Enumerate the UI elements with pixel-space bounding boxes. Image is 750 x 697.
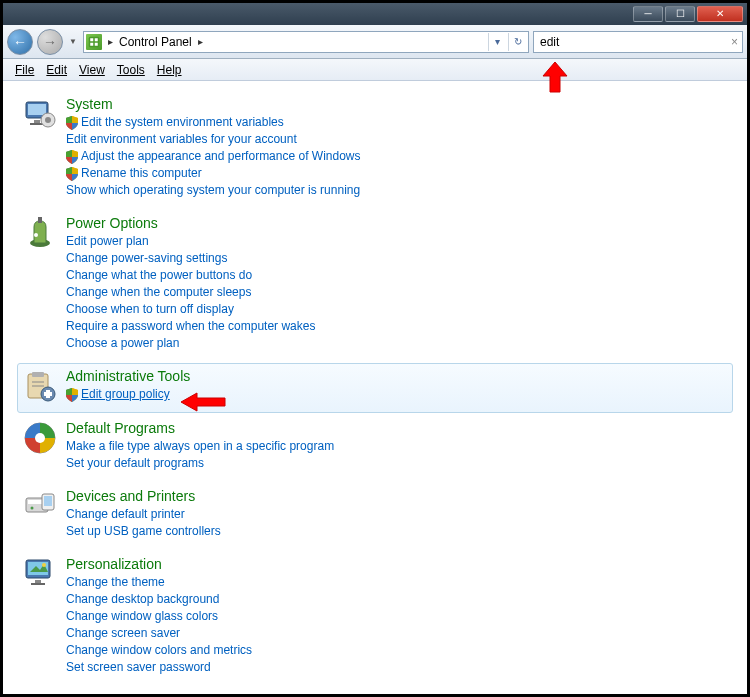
category-title[interactable]: Display [66, 692, 728, 694]
link-row: Change desktop background [66, 591, 728, 608]
svg-point-10 [45, 117, 51, 123]
menu-view[interactable]: View [73, 61, 111, 79]
task-link[interactable]: Set your default programs [66, 455, 204, 472]
category-display: DisplayMake text and other items larger … [17, 687, 733, 694]
category-title[interactable]: Power Options [66, 215, 728, 231]
svg-rect-3 [90, 42, 93, 45]
display-icon [22, 692, 58, 694]
task-link[interactable]: Change screen saver [66, 625, 180, 642]
task-link[interactable]: Change default printer [66, 506, 185, 523]
breadcrumb-separator[interactable]: ▸ [196, 36, 205, 47]
default-icon [22, 420, 58, 456]
link-row: Require a password when the computer wak… [66, 318, 728, 335]
svg-point-13 [34, 233, 38, 237]
task-link[interactable]: Set screen saver password [66, 659, 211, 676]
link-row: Change screen saver [66, 625, 728, 642]
link-row: Show which operating system your compute… [66, 182, 728, 199]
search-box[interactable]: × [533, 31, 743, 53]
category-devices: Devices and PrintersChange default print… [17, 483, 733, 549]
devices-icon [22, 488, 58, 524]
link-row: Set your default programs [66, 455, 728, 472]
task-link[interactable]: Change power-saving settings [66, 250, 227, 267]
personalization-icon [22, 556, 58, 592]
task-link[interactable]: Require a password when the computer wak… [66, 318, 315, 335]
power-icon [22, 215, 58, 251]
link-row: Make a file type always open in a specif… [66, 438, 728, 455]
clear-search-button[interactable]: × [731, 35, 738, 49]
task-link[interactable]: Change window glass colors [66, 608, 218, 625]
link-row: Change the theme [66, 574, 728, 591]
task-link[interactable]: Rename this computer [81, 165, 202, 182]
task-link[interactable]: Set up USB game controllers [66, 523, 221, 540]
task-link[interactable]: Change what the power buttons do [66, 267, 252, 284]
category-title[interactable]: Default Programs [66, 420, 728, 436]
forward-button[interactable]: → [37, 29, 63, 55]
task-link[interactable]: Choose when to turn off display [66, 301, 234, 318]
svg-rect-31 [35, 580, 41, 583]
search-input[interactable] [538, 34, 731, 50]
task-link[interactable]: Change desktop background [66, 591, 219, 608]
breadcrumb-separator[interactable]: ▸ [106, 36, 115, 47]
category-personalization: PersonalizationChange the themeChange de… [17, 551, 733, 685]
link-row: Choose when to turn off display [66, 301, 728, 318]
svg-rect-2 [95, 38, 98, 41]
menu-edit[interactable]: Edit [40, 61, 73, 79]
task-link[interactable]: Edit group policy [81, 386, 170, 403]
svg-rect-15 [32, 372, 44, 377]
svg-rect-32 [31, 583, 45, 585]
minimize-button[interactable]: ─ [633, 6, 663, 22]
menu-bar: File Edit View Tools Help [3, 59, 747, 81]
uac-shield-icon [66, 388, 78, 402]
link-row: Set screen saver password [66, 659, 728, 676]
menu-file[interactable]: File [9, 61, 40, 79]
category-default: Default ProgramsMake a file type always … [17, 415, 733, 481]
link-row: Rename this computer [66, 165, 728, 182]
svg-rect-27 [44, 496, 52, 506]
task-link[interactable]: Edit environment variables for your acco… [66, 131, 297, 148]
link-row: Change default printer [66, 506, 728, 523]
address-dropdown-button[interactable]: ▾ [488, 33, 506, 51]
link-row: Change power-saving settings [66, 250, 728, 267]
system-icon [22, 96, 58, 132]
link-row: Change window colors and metrics [66, 642, 728, 659]
svg-point-22 [35, 433, 45, 443]
category-admin: Administrative Tools Edit group policy [17, 363, 733, 413]
task-link[interactable]: Change when the computer sleeps [66, 284, 251, 301]
link-row: Edit environment variables for your acco… [66, 131, 728, 148]
category-title[interactable]: Devices and Printers [66, 488, 728, 504]
svg-rect-1 [90, 38, 93, 41]
admin-icon [22, 368, 58, 404]
maximize-button[interactable]: ☐ [665, 6, 695, 22]
task-link[interactable]: Change window colors and metrics [66, 642, 252, 659]
task-link[interactable]: Change the theme [66, 574, 165, 591]
svg-rect-4 [95, 42, 98, 45]
menu-help[interactable]: Help [151, 61, 188, 79]
link-row: Change when the computer sleeps [66, 284, 728, 301]
svg-rect-7 [34, 120, 40, 123]
uac-shield-icon [66, 167, 78, 181]
menu-tools[interactable]: Tools [111, 61, 151, 79]
annotation-arrow-left [179, 391, 227, 413]
link-row: Choose a power plan [66, 335, 728, 352]
history-dropdown-button[interactable]: ▼ [67, 33, 79, 51]
task-link[interactable]: Show which operating system your compute… [66, 182, 360, 199]
task-link[interactable]: Choose a power plan [66, 335, 179, 352]
task-link[interactable]: Adjust the appearance and performance of… [81, 148, 361, 165]
svg-rect-20 [44, 392, 52, 396]
task-link[interactable]: Make a file type always open in a specif… [66, 438, 334, 455]
control-panel-icon [86, 34, 102, 50]
breadcrumb-control-panel[interactable]: Control Panel [119, 35, 192, 49]
category-title[interactable]: System [66, 96, 728, 112]
category-power: Power OptionsEdit power planChange power… [17, 210, 733, 361]
link-row: Change window glass colors [66, 608, 728, 625]
close-button[interactable]: ✕ [697, 6, 743, 22]
uac-shield-icon [66, 150, 78, 164]
back-button[interactable]: ← [7, 29, 33, 55]
category-title[interactable]: Personalization [66, 556, 728, 572]
refresh-button[interactable]: ↻ [508, 33, 526, 51]
task-link[interactable]: Edit power plan [66, 233, 149, 250]
category-title[interactable]: Administrative Tools [66, 368, 728, 384]
address-bar[interactable]: ▸ Control Panel ▸ ▾ ↻ [83, 31, 529, 53]
link-row: Change what the power buttons do [66, 267, 728, 284]
task-link[interactable]: Edit the system environment variables [81, 114, 284, 131]
